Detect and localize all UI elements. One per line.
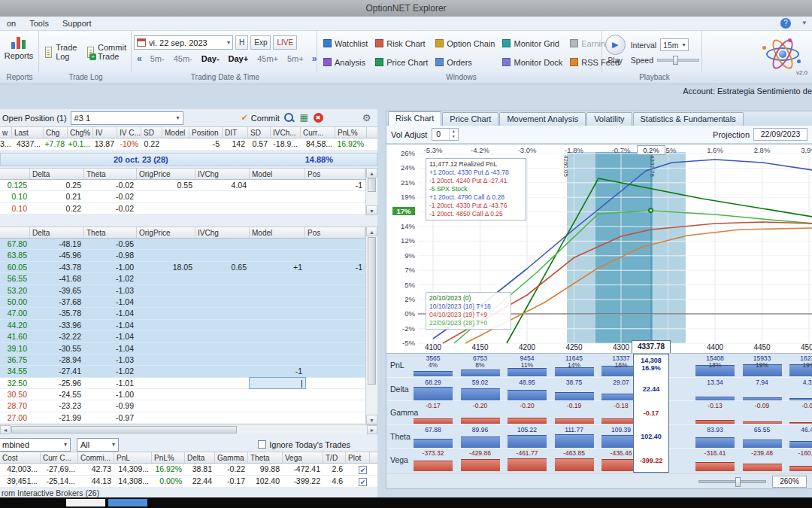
exp-button[interactable]: Exp bbox=[250, 35, 271, 50]
rewind-chevron-icon[interactable]: « bbox=[134, 53, 145, 64]
scroll-down-icon[interactable]: ▼ bbox=[366, 205, 377, 215]
windows-toggle-watchlist[interactable]: Watchlist bbox=[321, 34, 370, 53]
risk-chart[interactable]: 4260.054337.78 -5.3%-4.2%-3.0%-1.8%-0.7%… bbox=[386, 144, 812, 354]
calls-scrollbar[interactable]: ▲ ▼ bbox=[365, 168, 377, 215]
combined-filter-select[interactable]: mbined ▾ bbox=[0, 438, 71, 452]
plot-checkbox[interactable]: ✔ bbox=[359, 478, 367, 486]
grid-icon[interactable]: ▦ bbox=[298, 112, 310, 123]
play-button[interactable]: ▶ bbox=[605, 35, 626, 55]
calendar-icon bbox=[137, 38, 146, 47]
projection-date-input[interactable]: 22/09/2023 bbox=[753, 128, 807, 141]
commit-trade-button[interactable]: Commit Trade bbox=[83, 34, 133, 70]
trade-log-button[interactable]: Trade Log bbox=[41, 34, 83, 70]
plot-checkbox[interactable]: ✔ bbox=[359, 466, 367, 474]
option-row[interactable]: 0.100.21-0.02 bbox=[0, 191, 365, 202]
scrollbar-thumb[interactable] bbox=[368, 237, 376, 385]
interval-select[interactable]: 15m ▾ bbox=[660, 38, 688, 51]
summary-data-row[interactable]: 3...4337...+7.78+0.1...13.87-10%0.22-514… bbox=[0, 138, 377, 151]
option-row[interactable]: 41.60-32.22-1.04 bbox=[0, 331, 365, 342]
commit-button[interactable]: ✔ Commit bbox=[241, 113, 280, 123]
menu-item-on[interactable]: on bbox=[0, 17, 23, 31]
speed-slider[interactable] bbox=[657, 59, 699, 62]
windows-toggle-orders[interactable]: Orders bbox=[433, 53, 497, 71]
x-axis-label: 4100 bbox=[420, 343, 446, 351]
option-row[interactable]: 60.05-43.78-1.0018.050.65+1-1 bbox=[0, 262, 365, 273]
plot-cell[interactable]: ✔ bbox=[346, 464, 370, 475]
tab-risk-chart[interactable]: Risk Chart bbox=[388, 111, 441, 126]
option-row[interactable]: 0.1250.25-0.020.554.04-1 bbox=[0, 180, 365, 191]
all-filter-select[interactable]: All ▾ bbox=[77, 438, 119, 452]
taskbar-window-preview[interactable] bbox=[108, 499, 147, 506]
window-titlebar[interactable]: OptionNET Explorer bbox=[0, 0, 812, 17]
scrollbar-thumb[interactable] bbox=[368, 178, 376, 192]
plot-cell[interactable]: ✔ bbox=[346, 476, 370, 487]
option-row[interactable]: 39.10-30.55-1.04 bbox=[0, 343, 365, 354]
windows-toggle-analysis[interactable]: Analysis bbox=[321, 53, 370, 71]
close-red-icon[interactable]: ✖ bbox=[314, 113, 323, 123]
scroll-left-icon[interactable]: ◄ bbox=[0, 425, 11, 434]
option-cell: 0.10 bbox=[0, 191, 30, 202]
totals-row[interactable]: 42,003...-27,69...42.7314,309...16.92%38… bbox=[0, 464, 377, 476]
windows-toggle-monitor-dock[interactable]: Monitor Dock bbox=[500, 53, 565, 71]
tab-statistics-fundamentals[interactable]: Statistics & Fundamentals bbox=[633, 112, 744, 126]
option-row[interactable]: 30.50-24.55-1.00 bbox=[0, 389, 365, 400]
scroll-right-icon[interactable]: ► bbox=[367, 425, 377, 434]
ignore-todays-trades[interactable]: Ignore Today's Trades bbox=[258, 440, 350, 449]
scrollbar-thumb[interactable] bbox=[11, 426, 237, 433]
expiry-header[interactable]: 20 oct. 23 (28) 14.88% bbox=[0, 153, 377, 166]
option-row[interactable]: 56.55-41.68-1.02 bbox=[0, 273, 365, 284]
search-icon[interactable] bbox=[283, 112, 295, 123]
time-step-45m[interactable]: 45m- bbox=[169, 53, 197, 64]
time-step-5m[interactable]: 5m+ bbox=[283, 53, 308, 64]
windows-toggle-risk-chart[interactable]: Risk Chart bbox=[373, 34, 430, 53]
puts-scrollbar[interactable]: ▲ ▼ bbox=[365, 227, 377, 424]
position-select[interactable]: #3 1 ▾ bbox=[71, 111, 183, 125]
option-row[interactable]: 67.80-48.19-0.95 bbox=[0, 239, 365, 250]
time-step-day[interactable]: Day+ bbox=[224, 53, 253, 64]
option-row[interactable]: 28.70-23.23-0.99 bbox=[0, 400, 365, 412]
option-row[interactable]: 34.55-27.41-1.02-1 bbox=[0, 366, 365, 377]
puts-hscrollbar[interactable]: ◄ ► bbox=[0, 424, 377, 434]
option-row[interactable]: 32.50-25.96-1.01 bbox=[0, 378, 365, 389]
option-row[interactable]: 36.75-28.94-1.03 bbox=[0, 354, 365, 366]
option-row[interactable]: 47.00-35.78-1.04 bbox=[0, 308, 365, 319]
option-row[interactable]: 44.20-33.96-1.04 bbox=[0, 320, 365, 331]
scroll-down-icon[interactable]: ▼ bbox=[366, 415, 377, 424]
option-row[interactable]: 63.85-45.96-0.98 bbox=[0, 250, 365, 261]
windows-toggle-price-chart[interactable]: Price Chart bbox=[373, 53, 430, 71]
ignore-checkbox[interactable] bbox=[258, 440, 266, 449]
totals-row[interactable]: 39,451...-25,14...44.1314,308...0.00%22.… bbox=[0, 476, 377, 488]
history-button[interactable]: H bbox=[235, 35, 248, 50]
spinner-arrows-icon[interactable]: ▲▼ bbox=[449, 129, 457, 140]
option-row[interactable]: 53.20-39.65-1.03 bbox=[0, 285, 365, 297]
os-taskbar[interactable] bbox=[0, 497, 812, 508]
reports-button[interactable]: Reports bbox=[2, 32, 35, 60]
trading-date-input[interactable]: vi. 22 sep. 2023 ▾ bbox=[134, 35, 233, 50]
vol-adjust-spinner[interactable]: 0 ▲▼ bbox=[432, 128, 459, 141]
chevron-down-icon[interactable]: ▾ bbox=[802, 19, 806, 26]
help-icon[interactable]: ? bbox=[780, 18, 791, 29]
tab-volatility[interactable]: Volatility bbox=[586, 112, 632, 126]
option-row[interactable]: 50.00-37.68-1.04 bbox=[0, 297, 365, 308]
tab-movement-analysis[interactable]: Movement Analysis bbox=[499, 112, 586, 126]
zoom-slider[interactable] bbox=[698, 480, 766, 483]
time-step-day[interactable]: Day- bbox=[197, 53, 224, 64]
option-row[interactable]: 0.100.22-0.02 bbox=[0, 203, 365, 214]
speed-slider-thumb[interactable] bbox=[673, 56, 678, 65]
left-axis-label: 2% bbox=[386, 295, 415, 303]
settings-gear-icon[interactable]: ⚙ bbox=[361, 112, 372, 123]
summary-col-curr: Curr... bbox=[301, 127, 335, 138]
menu-item-tools[interactable]: Tools bbox=[23, 17, 56, 31]
taskbar-window-preview[interactable] bbox=[66, 499, 105, 506]
option-row[interactable]: 27.00-21.99-0.97 bbox=[0, 412, 365, 424]
live-button[interactable]: LIVE bbox=[273, 35, 297, 50]
time-step-45m[interactable]: 45m+ bbox=[253, 53, 283, 64]
time-step-5m[interactable]: 5m- bbox=[146, 53, 169, 64]
zoom-slider-thumb[interactable] bbox=[735, 477, 741, 487]
scroll-up-icon[interactable]: ▲ bbox=[366, 168, 377, 178]
menu-item-support[interactable]: Support bbox=[56, 17, 98, 31]
scroll-up-icon[interactable]: ▲ bbox=[366, 227, 377, 236]
tab-price-chart[interactable]: Price Chart bbox=[442, 112, 498, 126]
windows-toggle-option-chain[interactable]: Option Chain bbox=[433, 34, 497, 53]
windows-toggle-monitor-grid[interactable]: Monitor Grid bbox=[500, 34, 565, 53]
